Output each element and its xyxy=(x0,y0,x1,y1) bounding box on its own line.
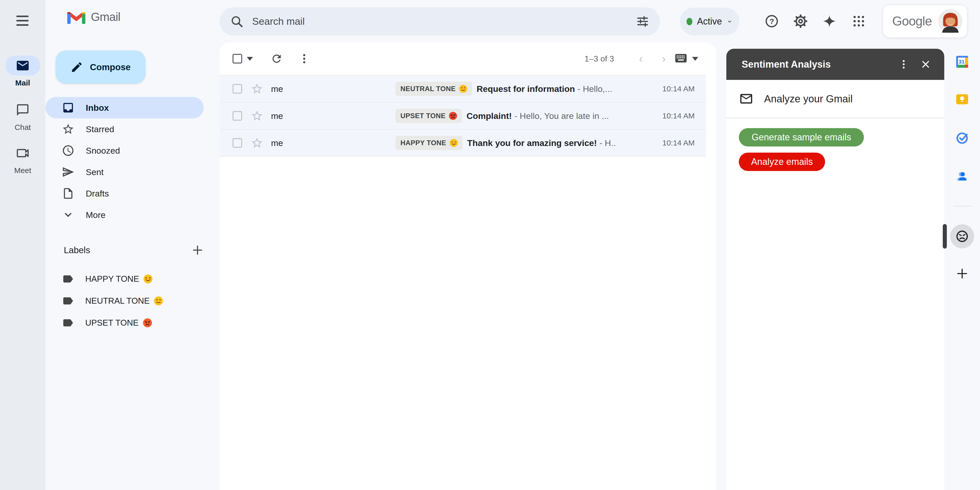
email-row-happy[interactable]: me HAPPY TONE Thank you for amazing serv… xyxy=(220,130,706,157)
addon-side-rail: 31 xyxy=(944,0,980,490)
input-tools-button[interactable] xyxy=(675,47,698,70)
main-menu-button[interactable] xyxy=(13,11,32,30)
settings-button[interactable] xyxy=(791,11,811,32)
label-tag-icon xyxy=(62,273,74,285)
gmail-m-icon xyxy=(67,10,86,24)
gemini-button[interactable] xyxy=(819,11,840,32)
neutral-emoji-icon xyxy=(458,84,468,94)
neutral-emoji-icon xyxy=(153,296,164,306)
tone-label-chip[interactable]: NEUTRAL TONE xyxy=(395,82,472,96)
happy-emoji-icon xyxy=(449,138,458,148)
sidebar-item-label: Inbox xyxy=(86,103,109,113)
email-row-upset[interactable]: me UPSET TONE Complaint! - Hello, You ar… xyxy=(220,103,706,130)
compose-button[interactable]: Compose xyxy=(56,51,145,84)
email-subject: Request for information xyxy=(477,84,575,94)
row-checkbox[interactable] xyxy=(232,84,242,94)
help-icon: ? xyxy=(764,14,779,29)
keep-button[interactable] xyxy=(944,92,980,107)
search-placeholder: Search mail xyxy=(252,16,635,27)
rail-item-meet[interactable]: Meet xyxy=(0,143,45,175)
chip-text: UPSET TONE xyxy=(401,112,445,120)
email-time: 10:14 AM xyxy=(662,138,706,147)
email-snippet: - H.. xyxy=(600,138,662,148)
row-checkbox[interactable] xyxy=(232,138,242,148)
panel-menu-button[interactable] xyxy=(893,53,915,75)
sentiment-addon-button[interactable] xyxy=(944,224,980,248)
gmail-wordmark: Gmail xyxy=(91,10,120,24)
clock-icon xyxy=(62,144,75,157)
sidebar-item-snoozed[interactable]: Snoozed xyxy=(45,140,204,161)
sidebar-item-starred[interactable]: Starred xyxy=(45,118,204,140)
apps-grid-button[interactable] xyxy=(849,11,869,32)
list-toolbar: 1–3 of 3 ‹ › xyxy=(220,42,716,75)
tone-label-chip[interactable]: HAPPY TONE xyxy=(395,136,463,150)
angry-emoji-icon xyxy=(448,111,458,121)
label-tag-icon xyxy=(62,317,74,329)
newer-page-button[interactable]: ‹ xyxy=(629,52,652,65)
rail-divider xyxy=(953,206,971,207)
section-title: Analyze your Gmail xyxy=(764,93,853,105)
search-icon[interactable] xyxy=(230,14,244,29)
star-icon[interactable] xyxy=(251,83,263,95)
sidebar-label-neutral-tone[interactable]: NEUTRAL TONE xyxy=(45,290,214,312)
contacts-icon xyxy=(955,169,969,183)
search-input[interactable]: Search mail xyxy=(220,7,660,35)
sidebar-item-label: Sent xyxy=(86,167,103,177)
star-icon[interactable] xyxy=(251,137,263,149)
generate-sample-emails-button[interactable]: Generate sample emails xyxy=(739,128,864,146)
label-name: UPSET TONE xyxy=(85,318,138,328)
rail-item-chat[interactable]: Chat xyxy=(0,100,45,132)
more-options-button[interactable] xyxy=(293,47,316,70)
rail-label-meet: Meet xyxy=(0,166,45,175)
older-page-button[interactable]: › xyxy=(652,52,675,65)
happy-emoji-icon xyxy=(143,274,153,284)
mail-outline-icon xyxy=(739,92,753,106)
get-addons-button[interactable] xyxy=(944,266,980,282)
sentiment-analysis-panel: Sentiment Analysis Analyze your Gmail Ge… xyxy=(726,49,944,490)
row-checkbox[interactable] xyxy=(232,111,242,121)
mail-icon xyxy=(16,59,30,73)
calendar-button[interactable]: 31 xyxy=(944,55,980,69)
sparkle-icon xyxy=(822,14,837,29)
panel-actions: Generate sample emails Analyze emails xyxy=(726,118,944,171)
mail-active-pill xyxy=(5,56,40,76)
analyze-gmail-section: Analyze your Gmail xyxy=(726,80,944,118)
sidebar-item-drafts[interactable]: Drafts xyxy=(45,183,204,204)
add-label-button[interactable] xyxy=(191,244,204,256)
contacts-button[interactable] xyxy=(944,169,980,183)
addon-circle xyxy=(950,224,974,248)
tasks-button[interactable] xyxy=(944,130,980,145)
label-name: NEUTRAL TONE xyxy=(85,296,150,306)
sidebar-item-more[interactable]: More xyxy=(45,204,204,226)
sidebar-label-happy-tone[interactable]: HAPPY TONE xyxy=(45,268,214,290)
tone-label-chip[interactable]: UPSET TONE xyxy=(395,109,462,123)
label-list: HAPPY TONE NEUTRAL TONE xyxy=(45,268,214,334)
star-icon xyxy=(62,123,75,135)
email-row-neutral[interactable]: me NEUTRAL TONE Request for information … xyxy=(220,76,706,103)
email-sender: me xyxy=(271,138,395,148)
top-bar: Gmail Search mail Active ? xyxy=(0,0,980,42)
sidebar-item-inbox[interactable]: Inbox xyxy=(45,97,204,118)
sidebar-label-upset-tone[interactable]: UPSET TONE xyxy=(45,312,214,334)
apps-grid-icon xyxy=(852,14,866,28)
analyze-emails-button[interactable]: Analyze emails xyxy=(739,153,825,171)
label-name: HAPPY TONE xyxy=(85,274,139,284)
keyboard-icon xyxy=(675,54,687,64)
chat-pill xyxy=(5,100,40,120)
select-dropdown-icon[interactable] xyxy=(247,57,253,61)
search-options-icon[interactable] xyxy=(635,14,650,29)
help-button[interactable]: ? xyxy=(762,11,782,32)
email-subject: Thank you for amazing service! xyxy=(467,138,597,148)
star-icon[interactable] xyxy=(251,110,263,122)
status-selector[interactable]: Active xyxy=(680,8,739,35)
chat-icon xyxy=(16,103,30,117)
panel-header: Sentiment Analysis xyxy=(726,49,944,80)
meet-icon xyxy=(16,146,30,160)
panel-close-button[interactable] xyxy=(915,53,937,75)
svg-text:?: ? xyxy=(770,17,774,25)
rail-item-mail[interactable]: Mail xyxy=(0,56,45,87)
sidebar-item-sent[interactable]: Sent xyxy=(45,161,204,183)
sidebar-item-label: More xyxy=(86,210,105,220)
refresh-button[interactable] xyxy=(265,47,288,70)
select-all-checkbox[interactable] xyxy=(232,54,242,64)
